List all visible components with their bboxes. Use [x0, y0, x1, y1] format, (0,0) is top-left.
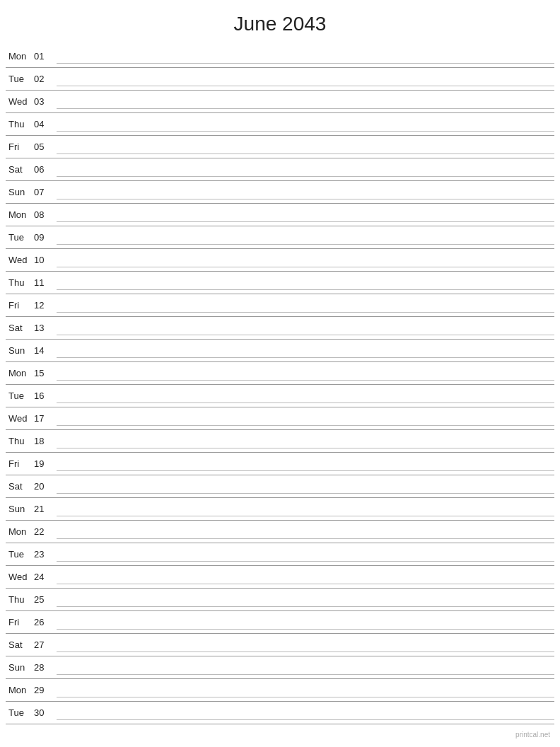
day-row: Sun07 — [6, 181, 554, 204]
day-line — [57, 63, 554, 64]
day-name: Mon — [6, 51, 34, 62]
day-number: 20 — [34, 481, 54, 492]
day-name: Mon — [6, 685, 34, 695]
day-line — [57, 606, 554, 607]
day-line — [57, 221, 554, 222]
day-number: 06 — [34, 164, 54, 175]
day-row: Mon29 — [6, 679, 554, 702]
day-number: 16 — [34, 390, 54, 401]
day-name: Fri — [6, 141, 34, 152]
day-number: 22 — [34, 526, 54, 537]
day-number: 14 — [34, 345, 54, 356]
day-name: Wed — [6, 572, 34, 582]
day-name: Thu — [6, 277, 34, 288]
day-number: 18 — [34, 436, 54, 446]
day-row: Sat06 — [6, 158, 554, 181]
day-name: Mon — [6, 526, 34, 537]
day-row: Sun14 — [6, 340, 554, 362]
day-row: Thu11 — [6, 272, 554, 294]
day-name: Tue — [6, 549, 34, 560]
day-line — [57, 199, 554, 199]
day-line — [57, 697, 554, 697]
day-line — [57, 425, 554, 426]
day-row: Mon22 — [6, 521, 554, 543]
day-name: Fri — [6, 458, 34, 469]
day-name: Sun — [6, 345, 34, 356]
day-row: Fri26 — [6, 611, 554, 634]
day-name: Sat — [6, 164, 34, 175]
day-name: Sat — [6, 639, 34, 650]
day-number: 24 — [34, 572, 54, 582]
day-row: Tue09 — [6, 226, 554, 249]
day-row: Fri19 — [6, 453, 554, 475]
day-name: Wed — [6, 413, 34, 424]
day-row: Sun28 — [6, 656, 554, 679]
day-number: 12 — [34, 300, 54, 311]
day-line — [57, 448, 554, 448]
day-line — [57, 652, 554, 652]
day-name: Sun — [6, 187, 34, 197]
day-line — [57, 131, 554, 132]
day-row: Wed10 — [6, 249, 554, 272]
day-name: Wed — [6, 255, 34, 265]
day-row: Mon15 — [6, 362, 554, 385]
day-line — [57, 289, 554, 290]
day-number: 30 — [34, 707, 54, 718]
day-row: Thu25 — [6, 589, 554, 611]
day-row: Mon08 — [6, 204, 554, 226]
day-row: Sat13 — [6, 317, 554, 340]
day-name: Tue — [6, 232, 34, 243]
day-name: Fri — [6, 617, 34, 627]
day-name: Tue — [6, 707, 34, 718]
day-row: Mon01 — [6, 45, 554, 68]
day-row: Wed24 — [6, 566, 554, 589]
day-number: 05 — [34, 141, 54, 152]
day-line — [57, 674, 554, 675]
day-number: 27 — [34, 639, 54, 650]
day-name: Sat — [6, 481, 34, 492]
day-number: 13 — [34, 323, 54, 333]
day-number: 10 — [34, 255, 54, 265]
day-number: 02 — [34, 74, 54, 84]
day-row: Thu18 — [6, 430, 554, 453]
day-name: Mon — [6, 368, 34, 378]
day-name: Sun — [6, 504, 34, 514]
calendar-grid: Mon01Tue02Wed03Thu04Fri05Sat06Sun07Mon08… — [0, 45, 560, 724]
watermark: printcal.net — [515, 731, 550, 739]
day-number: 03 — [34, 96, 54, 107]
day-line — [57, 538, 554, 539]
day-number: 04 — [34, 119, 54, 129]
day-line — [57, 86, 554, 86]
day-name: Thu — [6, 594, 34, 605]
day-line — [57, 108, 554, 109]
day-number: 08 — [34, 209, 54, 220]
day-number: 09 — [34, 232, 54, 243]
day-row: Tue16 — [6, 385, 554, 407]
day-name: Sun — [6, 662, 34, 673]
day-number: 17 — [34, 413, 54, 424]
day-row: Tue02 — [6, 68, 554, 91]
day-line — [57, 380, 554, 381]
day-line — [57, 154, 554, 154]
day-row: Sat27 — [6, 634, 554, 656]
day-name: Tue — [6, 390, 34, 401]
day-number: 25 — [34, 594, 54, 605]
day-number: 23 — [34, 549, 54, 560]
day-name: Mon — [6, 209, 34, 220]
day-name: Fri — [6, 300, 34, 311]
day-name: Sat — [6, 323, 34, 333]
day-line — [57, 244, 554, 245]
day-number: 26 — [34, 617, 54, 627]
day-row: Fri05 — [6, 136, 554, 158]
day-row: Tue23 — [6, 543, 554, 566]
day-line — [57, 584, 554, 584]
day-line — [57, 629, 554, 630]
day-line — [57, 470, 554, 471]
day-line — [57, 357, 554, 358]
day-row: Tue30 — [6, 702, 554, 724]
day-line — [57, 561, 554, 562]
day-row: Sun21 — [6, 498, 554, 521]
day-number: 21 — [34, 504, 54, 514]
day-number: 07 — [34, 187, 54, 197]
day-row: Wed03 — [6, 91, 554, 113]
